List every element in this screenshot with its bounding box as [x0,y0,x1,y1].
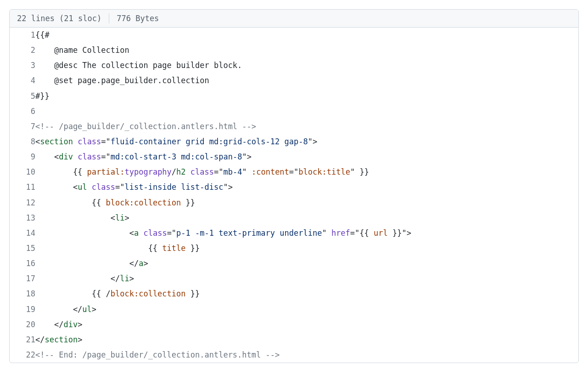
token-p: }} [355,167,369,176]
token-p: =" [115,182,124,192]
token-p [73,152,78,161]
code-line[interactable]: @desc The collection page builder block. [35,58,578,73]
token-p: </ [35,259,139,268]
token-nt: ul [78,182,87,192]
code-line[interactable]: </ul> [35,302,578,317]
line-number[interactable]: 11 [10,180,35,195]
line-number[interactable]: 7 [10,119,35,134]
line-number[interactable]: 8 [10,134,35,149]
token-p: =" [214,167,223,176]
code-line[interactable]: {{ title }} [35,241,578,256]
token-p: " [350,167,355,176]
code-line[interactable]: {{ /block:collection }} [35,286,578,301]
token-nt: ul [82,305,91,314]
line-number[interactable]: 19 [10,302,35,317]
token-p: }} [186,289,200,298]
code-row: 7<!-- /page_builder/_collection.antlers.… [10,119,578,134]
token-p: {{ [35,198,106,207]
line-number[interactable]: 20 [10,317,35,332]
token-c: <!-- /page_builder/_collection.antlers.h… [35,122,256,131]
line-number[interactable]: 12 [10,195,35,210]
code-line[interactable]: {{ partial:typography/h2 class="mb-4" :c… [35,165,578,180]
token-p: }} [181,198,195,207]
code-line[interactable]: </li> [35,271,578,286]
code-row: 12 {{ block:collection }} [10,195,578,210]
line-number[interactable]: 6 [10,104,35,119]
code-row: 9 <div class="md:col-start-3 md:col-span… [10,149,578,165]
token-nt: a [139,259,143,268]
file-box: 22 lines (21 sloc) 776 Bytes 1{{#2 @name… [9,9,579,363]
token-p: < [35,213,115,222]
code-line[interactable]: <!-- /page_builder/_collection.antlers.h… [35,119,578,134]
token-p: "> [402,228,411,238]
code-line[interactable]: {{# [35,28,578,43]
token-p: {{# [35,30,50,40]
token-s: fluid-container grid md:grid-cols-12 gap… [111,137,308,146]
code-line[interactable]: <li> [35,210,578,226]
line-number[interactable]: 3 [10,58,35,73]
code-row: 11 <ul class="list-inside list-disc"> [10,180,578,195]
code-line[interactable]: <a class="p-1 -m-1 text-primary underlin… [35,226,578,241]
token-p: @desc The collection page builder block. [35,61,242,70]
token-p: < [35,228,134,238]
token-nt: a [134,228,139,238]
code-line[interactable]: <section class="fluid-container grid md:… [35,134,578,149]
code-row: 1{{# [10,28,578,43]
code-line[interactable]: </a> [35,256,578,271]
code-line[interactable]: @set page.page_builder.collection [35,73,578,88]
code-line[interactable] [35,104,578,119]
token-p [73,137,78,146]
code-row: 5#}} [10,89,578,104]
token-p: }} [388,228,402,238]
code-line[interactable]: </div> [35,317,578,332]
line-number[interactable]: 21 [10,332,35,347]
code-line[interactable]: @name Collection [35,43,578,58]
token-p [247,167,252,176]
token-kw: block:collection [106,198,181,207]
token-nt: div [63,320,78,329]
token-p: " [242,167,246,176]
token-na: typography [124,167,171,176]
line-number[interactable]: 5 [10,89,35,104]
line-number[interactable]: 1 [10,28,35,43]
lines-sloc: 22 lines (21 sloc) [17,14,101,23]
token-kw: block:title [298,167,350,176]
code-line[interactable]: </section> [35,332,578,347]
code-line[interactable]: #}} [35,89,578,104]
code-row: 6 [10,104,578,119]
token-p: @name Collection [35,45,129,55]
line-number[interactable]: 18 [10,286,35,301]
code-row: 22<!-- End: /page_builder/_collection.an… [10,347,578,363]
code-body: 1{{#2 @name Collection3 @desc The collec… [10,28,578,363]
line-number[interactable]: 17 [10,271,35,286]
line-number[interactable]: 2 [10,43,35,58]
code-line[interactable]: <ul class="list-inside list-disc"> [35,180,578,195]
token-p: =" [350,228,359,238]
line-number[interactable]: 9 [10,149,35,165]
line-number[interactable]: 16 [10,256,35,271]
line-number[interactable]: 13 [10,210,35,226]
line-number[interactable]: 15 [10,241,35,256]
code-line[interactable]: <div class="md:col-start-3 md:col-span-8… [35,149,578,165]
token-p: =" [167,228,176,238]
token-nt: section [40,137,73,146]
line-number[interactable]: 14 [10,226,35,241]
code-line[interactable]: {{ block:collection }} [35,195,578,210]
token-p: =" [101,152,110,161]
code-table: 1{{#2 @name Collection3 @desc The collec… [10,28,578,363]
file-header: 22 lines (21 sloc) 776 Bytes [10,10,578,28]
token-p: {{ [35,167,87,176]
line-number[interactable]: 10 [10,165,35,180]
code-row: 16 </a> [10,256,578,271]
code-line[interactable]: <!-- End: /page_builder/_collection.antl… [35,347,578,363]
token-nt: h2 [176,167,185,176]
line-number[interactable]: 22 [10,347,35,363]
token-s: p-1 -m-1 text-primary underline [176,228,322,238]
token-p: </ [35,305,82,314]
token-na: class [78,152,101,161]
token-s: mb-4 [224,167,242,176]
token-nt: div [59,152,73,161]
token-kw: :content [252,167,289,176]
token-p: < [35,152,59,161]
line-number[interactable]: 4 [10,73,35,88]
